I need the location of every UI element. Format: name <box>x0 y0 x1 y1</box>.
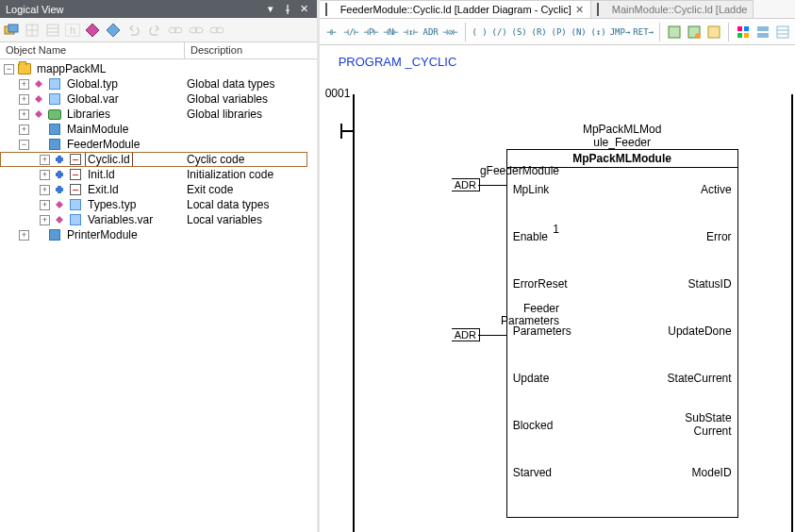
tree-item-global-var[interactable]: + Global.var Global variables <box>0 91 317 107</box>
coil-n-icon[interactable]: (N) <box>571 23 588 42</box>
close-icon[interactable]: ✕ <box>298 3 311 16</box>
expander-icon[interactable]: + <box>19 109 29 120</box>
folder-icon <box>17 61 32 76</box>
tree-item-cyclic-ld[interactable]: + Cyclic.ld Cyclic code <box>0 152 317 167</box>
coil-neg-icon[interactable]: (/) <box>491 23 508 42</box>
expander-icon[interactable]: + <box>40 155 50 165</box>
ladder-toolbar: ⊣⊢ ⊣/⊢ ⊣P⊢ ⊣N⊢ ⊣↕⊢ ADR ⊣⊘⊢ ( ) (/) (S) (… <box>320 19 795 45</box>
undo-icon[interactable] <box>125 22 142 39</box>
wire <box>478 335 506 336</box>
tree-item-libraries[interactable]: + Libraries Global libraries <box>0 107 317 122</box>
contact-n-icon[interactable]: ⊣N⊢ <box>383 23 400 42</box>
not-icon[interactable]: ⊣⊘⊢ <box>442 23 459 42</box>
svg-point-11 <box>195 27 203 33</box>
link1-icon[interactable] <box>167 22 184 39</box>
svg-rect-28 <box>757 26 769 31</box>
grid-c-icon[interactable] <box>774 23 791 42</box>
tree-item-init-ld[interactable]: + Init.ld Initialization code <box>0 167 317 182</box>
expander-icon[interactable]: + <box>40 185 50 195</box>
right-rail <box>791 94 793 532</box>
overlay-icon <box>53 200 66 209</box>
expander-icon[interactable]: − <box>19 140 29 150</box>
fb3-icon[interactable] <box>705 23 722 42</box>
grid-b-icon[interactable] <box>754 23 771 42</box>
contact-no-icon[interactable]: ⊣⊢ <box>323 23 340 42</box>
svg-rect-20 <box>669 26 680 38</box>
svg-rect-27 <box>744 33 749 38</box>
tab-main-cyclic[interactable]: MainModule::Cyclic.ld [Ladde <box>591 0 754 18</box>
file-icon <box>47 91 62 107</box>
ladder-icon <box>325 4 337 15</box>
expander-icon[interactable]: + <box>40 215 50 225</box>
contact-p-icon[interactable]: ⊣P⊢ <box>363 23 380 42</box>
col-object-name[interactable]: Object Name <box>0 42 185 58</box>
col-description[interactable]: Description <box>185 42 317 58</box>
port-blocked: Blocked <box>513 419 554 432</box>
coil-set-icon[interactable]: (S) <box>511 23 528 42</box>
tree-root[interactable]: − mappPackML <box>0 61 317 76</box>
diamond1-icon[interactable] <box>84 22 101 39</box>
box-tool-icon[interactable] <box>3 22 20 39</box>
expander-icon[interactable]: + <box>40 200 50 210</box>
coil-pn-icon[interactable]: (↕) <box>590 23 607 42</box>
redo-icon[interactable] <box>146 22 163 39</box>
svg-rect-23 <box>708 26 720 38</box>
coil-reset-icon[interactable]: (R) <box>531 23 548 42</box>
grid-a-icon[interactable] <box>735 23 752 42</box>
port-active: Active <box>701 183 732 196</box>
port-row: MpLink Active <box>507 168 737 215</box>
expander-icon[interactable]: + <box>19 94 29 105</box>
module-icon <box>47 137 62 152</box>
jump-icon[interactable]: JMP→ <box>610 23 631 42</box>
fb1-icon[interactable] <box>666 23 683 42</box>
grid1-icon[interactable] <box>24 22 41 39</box>
expander-icon[interactable]: + <box>40 170 50 180</box>
tree-item-types-typ[interactable]: + Types.typ Local data types <box>0 197 317 212</box>
port-row: Starved ModeID <box>507 451 737 498</box>
svg-rect-5 <box>47 25 58 36</box>
adr-icon[interactable]: ADR <box>422 23 439 42</box>
panel-toolbar: h <box>0 18 317 42</box>
function-block[interactable]: MpPackMLModule MpLink Active Enable Erro… <box>506 149 738 518</box>
file-icon <box>68 212 83 227</box>
tree-item-mainmodule[interactable]: + MainModule <box>0 122 317 137</box>
h-icon[interactable]: h <box>65 24 80 37</box>
ladder-icon <box>68 182 83 197</box>
tab-feeder-cyclic[interactable]: FeederModule::Cyclic.ld [Ladder Diagram … <box>320 0 591 18</box>
port-mplink: MpLink <box>513 183 550 196</box>
diamond2-icon[interactable] <box>105 22 122 39</box>
contact-nc-icon[interactable]: ⊣/⊢ <box>343 23 360 42</box>
tree-item-printermodule[interactable]: + PrinterModule <box>0 227 317 242</box>
logical-view-panel: Logical View ▾ ✕ h Object Name Descripti… <box>0 0 320 532</box>
link2-icon[interactable] <box>188 22 205 39</box>
tree-item-exit-ld[interactable]: + Exit.ld Exit code <box>0 182 317 197</box>
ladder-editor[interactable]: PROGRAM _CYCLIC 0001 MpPackMLMod ule_Fee… <box>320 45 795 532</box>
close-icon[interactable]: ✕ <box>575 5 585 14</box>
file-icon <box>68 197 83 212</box>
port-parameters: Parameters <box>513 324 571 338</box>
return-icon[interactable]: RET→ <box>633 23 654 42</box>
dropdown-icon[interactable]: ▾ <box>264 3 277 16</box>
contact-pn-icon[interactable]: ⊣↕⊢ <box>403 23 420 42</box>
svg-point-13 <box>216 27 224 33</box>
project-tree[interactable]: − mappPackML + Global.typ Global data ty… <box>0 59 317 532</box>
port-substate2: Current <box>694 424 732 438</box>
tree-item-variables-var[interactable]: + Variables.var Local variables <box>0 212 317 227</box>
overlay-icon <box>32 79 45 89</box>
tree-header: Object Name Description <box>0 42 317 59</box>
grid2-icon[interactable] <box>44 22 61 39</box>
tree-item-global-typ[interactable]: + Global.typ Global data types <box>0 76 317 91</box>
expander-icon[interactable]: + <box>19 79 29 90</box>
module-icon <box>47 227 62 242</box>
fb2-icon[interactable] <box>686 23 703 42</box>
svg-rect-26 <box>737 33 742 38</box>
expander-icon[interactable]: + <box>19 125 29 135</box>
coil-p-icon[interactable]: (P) <box>551 23 568 42</box>
coil-icon[interactable]: ( ) <box>472 23 489 42</box>
expander-icon[interactable]: − <box>4 64 14 75</box>
rung-stub-v <box>340 124 342 139</box>
link3-icon[interactable] <box>208 22 225 39</box>
tree-item-feedermodule[interactable]: − FeederModule <box>0 137 317 152</box>
expander-icon[interactable]: + <box>19 230 29 241</box>
pin-icon[interactable] <box>281 3 294 16</box>
